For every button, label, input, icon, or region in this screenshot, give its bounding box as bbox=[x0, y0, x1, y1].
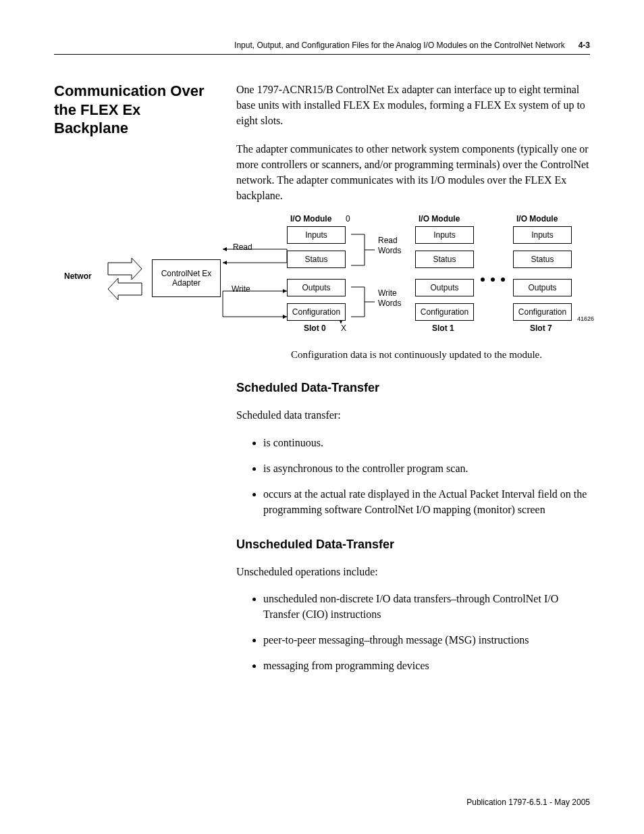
m0-inputs: Inputs bbox=[287, 226, 346, 244]
list-item: messaging from programming devices bbox=[263, 658, 597, 673]
figure-id: 41626 bbox=[577, 315, 594, 322]
module-0-title: I/O Module bbox=[290, 214, 331, 224]
m1-config: Configuration bbox=[415, 303, 474, 321]
m7-outputs: Outputs bbox=[513, 279, 572, 296]
publication-footer: Publication 1797-6.5.1 - May 2005 bbox=[466, 798, 590, 807]
m1-status: Status bbox=[415, 251, 474, 268]
unscheduled-heading: Unscheduled Data-Transfer bbox=[236, 538, 597, 552]
slot-7-label: Slot 7 bbox=[530, 323, 552, 333]
adapter-box: ControlNet Ex Adapter bbox=[152, 259, 221, 297]
diagram-caption: Configuration data is not continuously u… bbox=[236, 349, 597, 361]
svg-point-16 bbox=[491, 278, 495, 282]
scheduled-list: is continuous. is asynchronous to the co… bbox=[236, 436, 597, 518]
list-item: unscheduled non-discrete I/O data transf… bbox=[263, 592, 597, 622]
module-1-title: I/O Module bbox=[419, 214, 460, 224]
read-words-label: Read Words bbox=[378, 236, 405, 255]
unscheduled-intro: Unscheduled operations include: bbox=[236, 564, 597, 579]
m0-status: Status bbox=[287, 251, 346, 268]
network-label: Networ bbox=[64, 271, 92, 281]
zero-label: 0 bbox=[346, 214, 350, 224]
backplane-diagram: Networ ControlNet Ex Adapter Read Write … bbox=[61, 215, 597, 344]
x-label: X bbox=[341, 323, 346, 333]
scheduled-heading: Scheduled Data-Transfer bbox=[236, 381, 597, 395]
read-label: Read bbox=[233, 242, 252, 252]
page-header: Input, Output, and Configuration Files f… bbox=[54, 41, 590, 55]
scheduled-intro: Scheduled data transfer: bbox=[236, 407, 597, 423]
m7-inputs: Inputs bbox=[513, 226, 572, 244]
list-item: is continuous. bbox=[263, 436, 597, 450]
list-item: peer-to-peer messaging–through message (… bbox=[263, 633, 597, 648]
intro-paragraph-2: The adapter communicates to other networ… bbox=[236, 141, 597, 204]
chapter-title: Input, Output, and Configuration Files f… bbox=[234, 41, 565, 50]
module-7-title: I/O Module bbox=[516, 214, 558, 224]
unscheduled-list: unscheduled non-discrete I/O data transf… bbox=[236, 592, 597, 674]
svg-point-17 bbox=[501, 278, 505, 282]
intro-paragraph-1: One 1797-ACNR15/B ControlNet Ex adapter … bbox=[236, 82, 597, 129]
slot-1-label: Slot 1 bbox=[432, 323, 454, 333]
m1-outputs: Outputs bbox=[415, 279, 474, 296]
write-label: Write bbox=[232, 284, 250, 294]
m7-status: Status bbox=[513, 251, 572, 268]
m7-config: Configuration bbox=[513, 303, 572, 321]
write-words-label: Write Words bbox=[378, 288, 405, 308]
svg-point-15 bbox=[481, 278, 485, 282]
m1-inputs: Inputs bbox=[415, 226, 474, 244]
m0-outputs: Outputs bbox=[287, 279, 346, 296]
m0-config: Configuration bbox=[287, 303, 346, 321]
section-heading: Communication Over the FLEX Ex Backplane bbox=[54, 82, 216, 138]
list-item: is asynchronous to the controller progra… bbox=[263, 461, 597, 476]
page-number: 4-3 bbox=[579, 41, 590, 50]
list-item: occurs at the actual rate displayed in t… bbox=[263, 487, 597, 517]
slot-0-label: Slot 0 bbox=[304, 323, 326, 333]
